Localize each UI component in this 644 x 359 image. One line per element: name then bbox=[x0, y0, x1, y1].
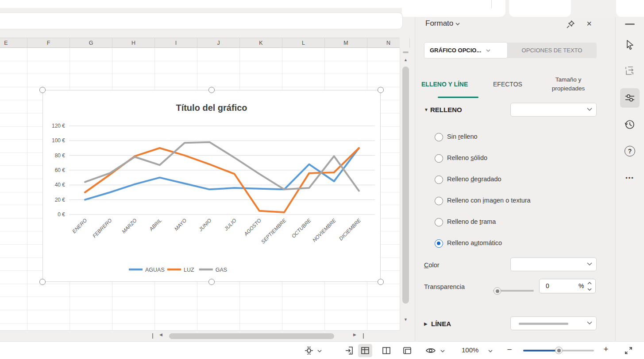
transparency-label: Transparencia bbox=[424, 283, 465, 290]
scroll-down-arrow[interactable]: ▼ bbox=[400, 317, 411, 322]
fullscreen-button[interactable] bbox=[621, 344, 636, 357]
column-header-E[interactable]: E bbox=[0, 38, 27, 48]
fill-option-row[interactable]: Relleno degradado bbox=[415, 169, 601, 191]
horizontal-scrollbar[interactable]: ◀ ▶ bbox=[0, 330, 400, 341]
selection-handle-top-middle[interactable] bbox=[208, 87, 215, 93]
fill-option-row[interactable]: Relleno de trama bbox=[415, 212, 601, 233]
section-expand-icon[interactable]: ▶ bbox=[424, 321, 428, 326]
page-layout-view-button[interactable] bbox=[400, 344, 414, 357]
pan-mode-button[interactable] bbox=[302, 344, 316, 357]
section-relleno-header[interactable]: RELLENO bbox=[430, 106, 462, 113]
y-tick-label: 80 € bbox=[55, 152, 66, 159]
zoom-slider[interactable] bbox=[523, 350, 559, 351]
scroll-up-arrow[interactable]: ▲ bbox=[400, 58, 411, 62]
selection-handle-top-left[interactable] bbox=[39, 87, 46, 93]
more-options-button[interactable]: ••• bbox=[620, 168, 640, 187]
fill-option-label: Relleno con imagen o textura bbox=[447, 197, 531, 204]
format-options-button[interactable] bbox=[620, 88, 640, 108]
scroll-right-arrow[interactable]: ▶ bbox=[353, 332, 356, 337]
mobile-view-button[interactable] bbox=[343, 344, 357, 357]
color-label: Color bbox=[424, 261, 440, 269]
fill-option-row[interactable]: Sin relleno bbox=[415, 127, 601, 148]
vertical-scroll-thumb[interactable] bbox=[402, 66, 409, 304]
tab-text-options[interactable]: OPCIONES DE TEXTO bbox=[507, 43, 597, 58]
fill-option-row[interactable]: Relleno con imagen o textura bbox=[415, 191, 601, 212]
arrow-into-device-icon bbox=[344, 345, 355, 356]
scrollbar-end-cap bbox=[152, 333, 153, 339]
vertical-scrollbar[interactable]: ▲ ▼ bbox=[400, 48, 411, 330]
selection-handle-bottom-right[interactable] bbox=[378, 279, 384, 285]
normal-view-button[interactable] bbox=[358, 344, 372, 357]
column-header-I[interactable]: I bbox=[155, 38, 197, 48]
help-icon: ? bbox=[625, 146, 635, 156]
column-header-K[interactable]: K bbox=[240, 38, 282, 48]
selection-handle-top-right[interactable] bbox=[378, 87, 384, 93]
pin-pane-button[interactable] bbox=[564, 18, 577, 31]
zoom-level[interactable]: 100% bbox=[462, 346, 478, 354]
color-dropdown[interactable] bbox=[510, 258, 597, 271]
transparency-value[interactable]: 0 bbox=[546, 282, 549, 289]
chevron-down-icon[interactable] bbox=[455, 22, 460, 26]
relleno-preset-dropdown[interactable] bbox=[510, 103, 597, 117]
subtab-size-properties[interactable]: Tamaño y propiedades bbox=[542, 75, 595, 93]
visibility-button[interactable] bbox=[424, 344, 438, 357]
subtab-effects[interactable]: EFECTOS bbox=[493, 81, 522, 88]
column-header-J[interactable]: J bbox=[197, 38, 240, 48]
ribbon-group-box bbox=[402, 0, 505, 17]
chart-object[interactable]: 0 €20 €40 €60 €80 €100 €120 €ENEROFEBRER… bbox=[42, 90, 381, 282]
column-header-G[interactable]: G bbox=[70, 38, 112, 48]
column-header-M[interactable]: M bbox=[325, 38, 367, 48]
x-tick-label: JULIO bbox=[223, 218, 237, 232]
fill-option-row[interactable]: Relleno sólido bbox=[415, 148, 601, 169]
close-pane-button[interactable]: × bbox=[583, 17, 595, 30]
history-button[interactable] bbox=[620, 115, 640, 134]
column-header-H[interactable]: H bbox=[112, 38, 155, 48]
selection-handle-bottom-middle[interactable] bbox=[208, 279, 215, 285]
chevron-down-icon[interactable] bbox=[440, 349, 445, 353]
column-headers[interactable]: EFGHIJKLMN bbox=[0, 38, 400, 48]
chevron-down-icon[interactable] bbox=[317, 349, 322, 353]
pane-title[interactable]: Formato bbox=[425, 19, 453, 28]
formula-bar[interactable] bbox=[0, 12, 403, 29]
radio-icon[interactable] bbox=[435, 154, 443, 163]
column-header-N[interactable]: N bbox=[367, 38, 410, 48]
column-header-L[interactable]: L bbox=[282, 38, 325, 48]
scroll-left-arrow[interactable]: ◀ bbox=[159, 332, 162, 337]
select-tool-button[interactable] bbox=[620, 35, 640, 55]
subtab-fill-line[interactable]: ELLENO Y LÍNE bbox=[421, 81, 468, 88]
zoom-slider[interactable] bbox=[559, 350, 594, 351]
zoom-slider-thumb[interactable] bbox=[555, 347, 563, 354]
chevron-up-icon[interactable] bbox=[586, 280, 593, 286]
chevron-down-icon bbox=[586, 321, 593, 325]
collapse-pane-button[interactable] bbox=[620, 14, 640, 34]
radio-selected-icon[interactable] bbox=[435, 239, 443, 248]
chevron-down-icon[interactable] bbox=[586, 286, 593, 293]
tab-chart-options[interactable]: GRÁFICO OPCIO... bbox=[424, 43, 507, 58]
radio-icon[interactable] bbox=[435, 197, 443, 205]
split-view-button[interactable] bbox=[379, 344, 393, 357]
legend-label: GAS bbox=[216, 267, 227, 273]
chevron-down-icon[interactable] bbox=[488, 349, 493, 353]
radio-icon[interactable] bbox=[435, 218, 443, 226]
column-header-F[interactable]: F bbox=[27, 38, 70, 48]
formula-input[interactable] bbox=[0, 15, 394, 27]
radio-icon[interactable] bbox=[435, 176, 443, 184]
selection-handle-bottom-left[interactable] bbox=[39, 279, 46, 285]
chevron-down-icon bbox=[586, 107, 593, 112]
x-tick-label: ABRIL bbox=[148, 218, 163, 232]
spinner-buttons[interactable] bbox=[586, 280, 593, 293]
zoom-out-button[interactable]: − bbox=[504, 345, 515, 355]
radio-icon[interactable] bbox=[435, 133, 443, 141]
help-button[interactable]: ? bbox=[620, 141, 640, 161]
cursor-arrow-icon bbox=[624, 39, 636, 51]
resize-pane-button[interactable] bbox=[620, 61, 640, 81]
zoom-in-button[interactable]: + bbox=[600, 344, 612, 354]
transparency-slider-thumb[interactable] bbox=[494, 287, 501, 295]
split-handle[interactable] bbox=[403, 51, 409, 53]
transparency-spinbox[interactable]: 0 % bbox=[539, 279, 596, 293]
section-linea-header[interactable]: LÍNEA bbox=[431, 320, 451, 328]
fill-option-row[interactable]: Relleno automático bbox=[415, 233, 601, 254]
horizontal-scroll-thumb[interactable] bbox=[169, 333, 334, 339]
section-collapse-icon[interactable]: ▼ bbox=[424, 107, 428, 112]
linea-preset-dropdown[interactable] bbox=[510, 316, 597, 330]
